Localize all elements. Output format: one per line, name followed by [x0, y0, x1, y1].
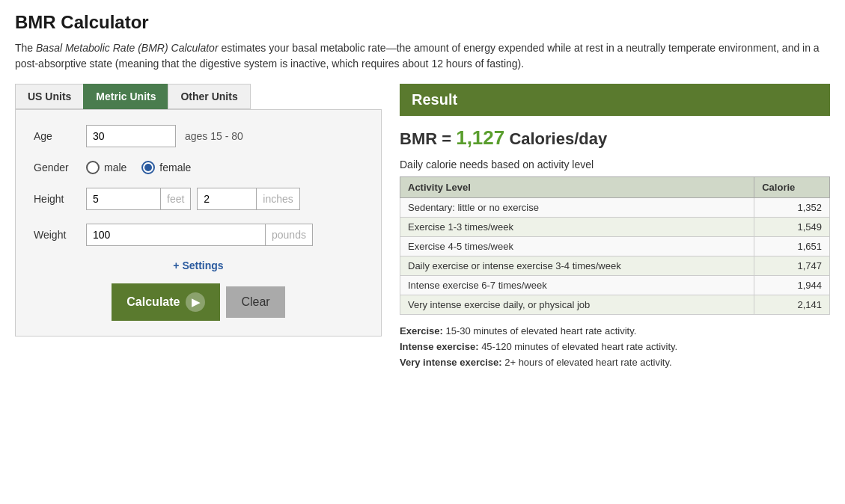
settings-link[interactable]: + Settings	[173, 259, 223, 271]
height-row: Height feet inches	[34, 188, 363, 210]
calculate-label: Calculate	[126, 295, 180, 309]
height-fields: feet inches	[86, 188, 300, 210]
radio-female[interactable]	[141, 161, 155, 174]
gender-label: Gender	[34, 162, 86, 173]
gender-male-label: male	[104, 162, 126, 173]
left-panel: US Units Metric Units Other Units Age ag…	[15, 84, 382, 336]
gender-male-option[interactable]: male	[86, 161, 126, 174]
bmr-unit: Calories/day	[504, 129, 607, 148]
age-hint: ages 15 - 80	[185, 130, 243, 142]
table-row: Exercise 4-5 times/week1,651	[400, 237, 830, 256]
calorie-cell: 1,747	[754, 256, 830, 276]
tabs-container: US Units Metric Units Other Units	[15, 84, 382, 109]
bmr-value: 1,127	[456, 126, 504, 149]
calorie-cell: 1,549	[754, 218, 830, 237]
tab-other-units[interactable]: Other Units	[168, 84, 250, 109]
intro-italic: Basal Metabolic Rate (BMR) Calculator	[36, 42, 219, 54]
calorie-cell: 2,141	[754, 295, 830, 315]
table-row: Very intense exercise daily, or physical…	[400, 295, 830, 315]
activity-level-cell: Daily exercise or intense exercise 3-4 t…	[400, 256, 754, 276]
height-inches-input[interactable]	[197, 188, 257, 210]
height-feet-input[interactable]	[86, 188, 161, 210]
gender-female-label: female	[159, 162, 191, 173]
height-inches-unit: inches	[257, 188, 299, 210]
daily-hint: Daily calorie needs based on activity le…	[400, 159, 830, 170]
footnote-very-intense-text: 2+ hours of elevated heart rate activity…	[502, 357, 672, 368]
bmr-result: BMR = 1,127 Calories/day	[400, 126, 830, 150]
activity-level-cell: Exercise 1-3 times/week	[400, 218, 754, 237]
activity-level-cell: Very intense exercise daily, or physical…	[400, 295, 754, 315]
footnote-exercise-text: 15-30 minutes of elevated heart rate act…	[443, 325, 636, 336]
calculate-button[interactable]: Calculate ▶	[112, 283, 220, 321]
activity-level-cell: Sedentary: little or no exercise	[400, 198, 754, 218]
calorie-cell: 1,352	[754, 198, 830, 218]
radio-male[interactable]	[86, 161, 100, 174]
col-header-calorie: Calorie	[754, 177, 830, 198]
form-panel: Age ages 15 - 80 Gender male female	[15, 109, 382, 336]
age-input[interactable]	[86, 125, 176, 147]
footnote-very-intense-bold: Very intense exercise:	[400, 357, 502, 368]
footnote-intense: Intense exercise: 45-120 minutes of elev…	[400, 339, 830, 355]
weight-unit-label: pounds	[266, 224, 313, 246]
age-row: Age ages 15 - 80	[34, 125, 363, 147]
settings-section: + Settings	[34, 259, 363, 271]
table-row: Daily exercise or intense exercise 3-4 t…	[400, 256, 830, 276]
col-header-activity: Activity Level	[400, 177, 754, 198]
activity-level-cell: Exercise 4-5 times/week	[400, 237, 754, 256]
table-row: Exercise 1-3 times/week1,549	[400, 218, 830, 237]
tab-metric-units[interactable]: Metric Units	[83, 84, 168, 109]
right-panel: Result BMR = 1,127 Calories/day Daily ca…	[400, 84, 830, 370]
tab-us-units[interactable]: US Units	[15, 84, 83, 109]
button-row: Calculate ▶ Clear	[34, 283, 363, 321]
gender-options: male female	[86, 161, 191, 174]
table-row: Sedentary: little or no exercise1,352	[400, 198, 830, 218]
calorie-cell: 1,651	[754, 237, 830, 256]
weight-field-wrap: pounds	[86, 224, 313, 246]
weight-label: Weight	[34, 229, 86, 241]
height-feet-unit: feet	[161, 188, 191, 210]
footnote-exercise-bold: Exercise:	[400, 325, 443, 336]
bmr-label: BMR =	[400, 129, 456, 148]
clear-button[interactable]: Clear	[226, 286, 284, 318]
weight-input[interactable]	[86, 224, 266, 246]
table-row: Intense exercise 6-7 times/week1,944	[400, 276, 830, 295]
result-header: Result	[400, 84, 830, 116]
intro-paragraph: The Basal Metabolic Rate (BMR) Calculato…	[15, 40, 830, 72]
calorie-cell: 1,944	[754, 276, 830, 295]
main-layout: US Units Metric Units Other Units Age ag…	[15, 84, 830, 370]
height-label: Height	[34, 193, 86, 205]
intro-text-before: The	[15, 42, 36, 54]
weight-row: Weight pounds	[34, 224, 363, 246]
footnote-intense-bold: Intense exercise:	[400, 341, 479, 352]
footnote-very-intense: Very intense exercise: 2+ hours of eleva…	[400, 355, 830, 371]
gender-row: Gender male female	[34, 161, 363, 174]
age-label: Age	[34, 130, 86, 142]
footnotes: Exercise: 15-30 minutes of elevated hear…	[400, 324, 830, 370]
gender-female-option[interactable]: female	[141, 161, 191, 174]
calculate-arrow-icon: ▶	[186, 292, 205, 312]
footnote-intense-text: 45-120 minutes of elevated heart rate ac…	[479, 341, 678, 352]
page-title: BMR Calculator	[15, 12, 830, 33]
activity-table: Activity Level Calorie Sedentary: little…	[400, 176, 830, 315]
footnote-exercise: Exercise: 15-30 minutes of elevated hear…	[400, 324, 830, 339]
activity-level-cell: Intense exercise 6-7 times/week	[400, 276, 754, 295]
